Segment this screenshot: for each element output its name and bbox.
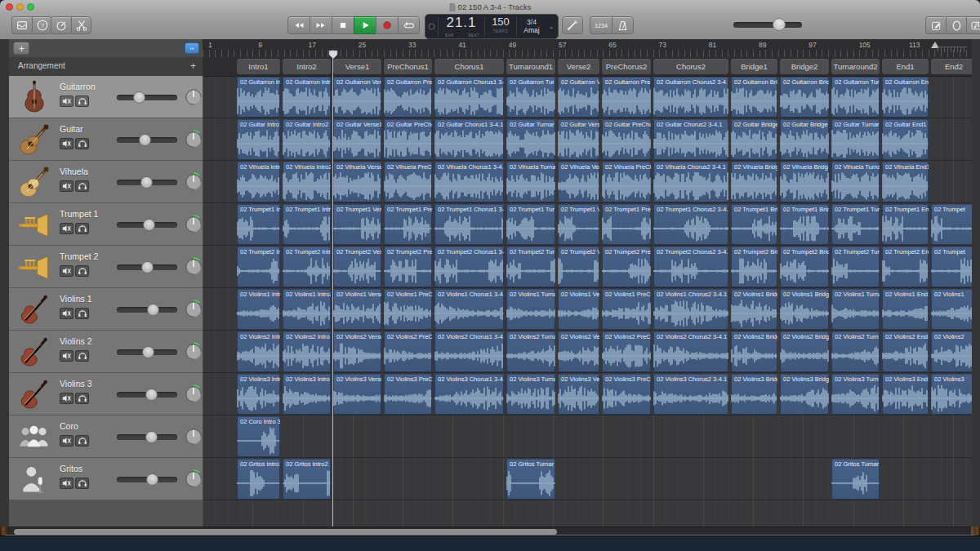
track-volume-slider[interactable] [117,137,177,143]
quick-help-button[interactable]: ? [32,16,52,34]
arrangement-section-marker[interactable]: Chorus2 [653,59,728,74]
pan-knob[interactable] [182,171,205,193]
track-volume-slider[interactable] [117,307,177,313]
arrangement-section-marker[interactable]: Verse2 [558,59,599,74]
loop-browser-button[interactable] [946,16,966,34]
track-volume-thumb[interactable] [142,346,154,358]
track-header[interactable]: Trumpet 2 [9,246,203,288]
pan-knob[interactable] [182,256,205,278]
solo-headphones-button[interactable] [75,393,89,404]
arrangement-section-marker[interactable]: Verse1 [333,59,381,74]
mute-button[interactable] [60,350,74,362]
mute-button[interactable] [60,223,74,234]
playhead[interactable] [332,50,333,527]
pan-knob[interactable] [182,340,205,363]
arrangement-section-marker[interactable]: PreChorus1 [384,59,432,74]
track-header[interactable]: Violins 2 [9,331,203,373]
track-volume-slider[interactable] [117,434,177,440]
arrangement-bar[interactable]: Arrangement + [9,57,203,77]
arrangement-section-marker[interactable]: Bridge2 [780,59,829,74]
catch-playhead-button[interactable] [185,42,199,54]
mute-button[interactable] [60,393,74,404]
pan-knob[interactable] [182,86,205,109]
add-track-button[interactable]: + [13,42,29,55]
mute-button[interactable] [60,180,74,192]
track-volume-thumb[interactable] [140,176,153,189]
pan-knob[interactable] [182,128,205,151]
zoom-slider[interactable] [931,42,967,51]
notepad-button[interactable] [925,16,946,34]
rewind-button[interactable] [287,16,310,34]
metronome-button[interactable] [612,16,634,34]
editors-button[interactable] [71,16,91,34]
solo-headphones-button[interactable] [75,138,89,149]
pan-knob[interactable] [182,468,205,491]
track-volume-thumb[interactable] [146,473,158,486]
track-header[interactable]: Gritos [9,458,203,500]
pan-knob[interactable] [182,213,205,236]
record-button[interactable] [376,16,398,34]
arrangement-section-marker[interactable]: Bridge1 [731,59,777,74]
smart-controls-button[interactable] [51,16,71,34]
arrangement-section-marker[interactable]: PreChorus2 [602,59,651,74]
cycle-button[interactable] [398,16,420,34]
solo-headphones-button[interactable] [75,180,89,192]
arrangement-section-marker[interactable]: Turnaround2 [831,59,880,74]
arrangement-section-marker[interactable]: Turnaround1 [506,59,555,74]
lcd-position[interactable]: 21.1 BAR BEAT [439,15,484,38]
track-volume-thumb[interactable] [143,219,155,231]
stop-button[interactable] [332,16,354,34]
track-volume-slider[interactable] [117,95,177,100]
count-in-button[interactable]: 1234 [590,16,612,34]
track-volume-slider[interactable] [117,349,177,355]
mute-button[interactable] [60,308,74,319]
mute-button[interactable] [60,478,74,489]
track-header[interactable]: Guitarron [9,76,203,118]
master-volume-thumb[interactable] [773,18,786,31]
mute-button[interactable] [60,265,74,277]
solo-headphones-button[interactable] [75,265,89,277]
track-header[interactable]: Vihuela [9,161,203,203]
solo-headphones-button[interactable] [75,308,89,319]
track-volume-slider[interactable] [117,222,177,228]
arrangement-section-marker[interactable]: End2 [931,59,972,74]
track-volume-thumb[interactable] [139,134,151,146]
mute-button[interactable] [60,138,74,149]
track-volume-slider[interactable] [117,392,177,398]
media-browser-button[interactable] [966,16,980,34]
arrangement-section-marker[interactable]: Intro1 [237,59,280,74]
track-volume-slider[interactable] [117,264,177,270]
solo-headphones-button[interactable] [75,350,89,362]
solo-headphones-button[interactable] [75,478,89,489]
pan-knob[interactable] [182,425,205,448]
lcd-tempo[interactable]: 150 TEMPO [485,15,516,38]
time-ruler[interactable]: 191725334149576573818997105113 [203,39,972,58]
tuner-button[interactable] [562,16,583,34]
lcd-mode-icon[interactable] [425,15,438,38]
arrangement-section-marker[interactable]: End1 [882,59,929,74]
solo-headphones-button[interactable] [75,96,89,107]
track-header[interactable]: Violins 1 [9,288,203,331]
mute-button[interactable] [60,435,74,447]
lcd-display[interactable]: 21.1 BAR BEAT 150 TEMPO 3/4 Amaj ⌄ [425,14,559,39]
forward-button[interactable] [310,16,332,34]
pan-knob[interactable] [182,383,205,406]
track-volume-thumb[interactable] [141,261,154,273]
mute-button[interactable] [60,96,74,107]
pan-knob[interactable] [182,298,205,321]
master-volume-slider[interactable] [733,22,802,28]
solo-headphones-button[interactable] [75,223,89,234]
horizontal-scrollbar-thumb[interactable] [14,529,557,535]
arrangement-section-marker[interactable]: Intro2 [283,59,331,74]
track-volume-thumb[interactable] [145,389,158,401]
track-header[interactable]: Coro [9,415,203,458]
track-header[interactable]: Violins 3 [9,373,203,415]
track-volume-slider[interactable] [117,180,177,185]
track-volume-thumb[interactable] [145,431,158,443]
play-button[interactable] [354,16,376,34]
track-volume-slider[interactable] [117,477,177,482]
track-volume-thumb[interactable] [133,91,145,104]
window-titlebar[interactable]: 02 150 A 3-4 - Tracks [0,0,980,15]
track-header[interactable]: Guitar [9,118,203,161]
track-header[interactable]: Trumpet 1 [9,203,203,246]
